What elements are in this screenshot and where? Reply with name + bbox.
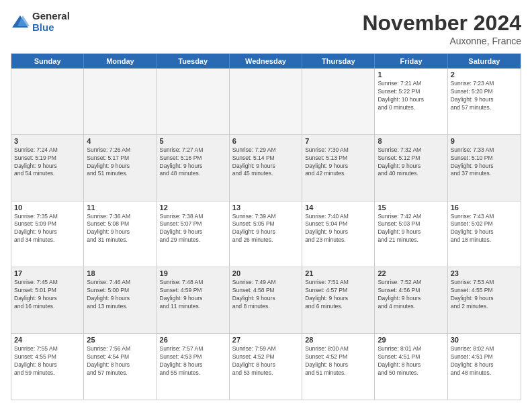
day-info: Sunrise: 7:36 AMSunset: 5:08 PMDaylight:… [87, 213, 153, 245]
day-number: 26 [160, 336, 226, 344]
calendar-cell-2-6: 16Sunrise: 7:43 AMSunset: 5:02 PMDayligh… [448, 201, 521, 267]
day-number: 9 [451, 137, 518, 145]
day-number: 16 [451, 203, 518, 212]
calendar-cell-2-3: 13Sunrise: 7:39 AMSunset: 5:05 PMDayligh… [230, 201, 302, 267]
page: General Blue November 2024 Auxonne, Fran… [0, 0, 532, 411]
calendar-cell-0-6: 2Sunrise: 7:23 AMSunset: 5:20 PMDaylight… [448, 68, 521, 134]
calendar-cell-1-5: 8Sunrise: 7:32 AMSunset: 5:12 PMDaylight… [375, 135, 447, 201]
calendar-cell-1-6: 9Sunrise: 7:33 AMSunset: 5:10 PMDaylight… [448, 135, 521, 201]
calendar-cell-1-4: 7Sunrise: 7:30 AMSunset: 5:13 PMDaylight… [302, 135, 375, 201]
day-info: Sunrise: 7:55 AMSunset: 4:55 PMDaylight:… [14, 345, 81, 377]
day-number: 14 [305, 203, 371, 212]
title-area: November 2024 Auxonne, France [362, 11, 521, 46]
calendar-cell-1-1: 4Sunrise: 7:26 AMSunset: 5:17 PMDaylight… [84, 135, 157, 201]
day-number: 1 [378, 71, 444, 79]
day-number: 21 [305, 269, 371, 277]
calendar-cell-0-5: 1Sunrise: 7:21 AMSunset: 5:22 PMDaylight… [375, 68, 447, 134]
day-info: Sunrise: 7:21 AMSunset: 5:22 PMDaylight:… [378, 80, 444, 112]
calendar-cell-3-1: 18Sunrise: 7:46 AMSunset: 5:00 PMDayligh… [84, 267, 157, 333]
day-info: Sunrise: 7:30 AMSunset: 5:13 PMDaylight:… [305, 146, 371, 179]
day-info: Sunrise: 7:32 AMSunset: 5:12 PMDaylight:… [378, 146, 444, 179]
day-number: 27 [232, 336, 299, 344]
calendar-cell-4-6: 30Sunrise: 8:02 AMSunset: 4:51 PMDayligh… [448, 334, 521, 400]
calendar-row-4: 24Sunrise: 7:55 AMSunset: 4:55 PMDayligh… [11, 333, 521, 400]
logo: General Blue [11, 11, 70, 33]
day-number: 24 [14, 336, 81, 344]
day-number: 29 [378, 336, 444, 344]
location: Auxonne, France [362, 36, 521, 46]
calendar-cell-0-2 [157, 68, 230, 134]
logo-icon [11, 13, 30, 32]
header-day-wednesday: Wednesday [230, 54, 302, 68]
day-info: Sunrise: 7:57 AMSunset: 4:53 PMDaylight:… [160, 345, 226, 377]
header-day-thursday: Thursday [302, 54, 375, 68]
day-number: 13 [232, 203, 299, 212]
calendar-cell-4-1: 25Sunrise: 7:56 AMSunset: 4:54 PMDayligh… [84, 334, 157, 400]
day-info: Sunrise: 7:33 AMSunset: 5:10 PMDaylight:… [451, 146, 518, 179]
day-info: Sunrise: 8:00 AMSunset: 4:52 PMDaylight:… [305, 345, 371, 377]
calendar-cell-3-4: 21Sunrise: 7:51 AMSunset: 4:57 PMDayligh… [302, 267, 375, 333]
calendar-cell-2-2: 12Sunrise: 7:38 AMSunset: 5:07 PMDayligh… [157, 201, 230, 267]
day-info: Sunrise: 7:59 AMSunset: 4:52 PMDaylight:… [232, 345, 299, 377]
day-info: Sunrise: 7:26 AMSunset: 5:17 PMDaylight:… [87, 146, 153, 179]
calendar-cell-3-2: 19Sunrise: 7:48 AMSunset: 4:59 PMDayligh… [157, 267, 230, 333]
day-number: 7 [305, 137, 371, 145]
month-title: November 2024 [362, 11, 521, 36]
header-day-sunday: Sunday [11, 54, 84, 68]
calendar-cell-3-5: 22Sunrise: 7:52 AMSunset: 4:56 PMDayligh… [375, 267, 447, 333]
logo-general: General [32, 11, 70, 22]
calendar-cell-0-3 [230, 68, 302, 134]
calendar-row-0: 1Sunrise: 7:21 AMSunset: 5:22 PMDaylight… [11, 68, 521, 134]
calendar-cell-2-1: 11Sunrise: 7:36 AMSunset: 5:08 PMDayligh… [84, 201, 157, 267]
calendar-header: SundayMondayTuesdayWednesdayThursdayFrid… [11, 54, 521, 68]
day-info: Sunrise: 7:48 AMSunset: 4:59 PMDaylight:… [160, 279, 226, 311]
calendar-cell-3-3: 20Sunrise: 7:49 AMSunset: 4:58 PMDayligh… [230, 267, 302, 333]
day-info: Sunrise: 7:56 AMSunset: 4:54 PMDaylight:… [87, 345, 153, 377]
day-number: 3 [14, 137, 81, 145]
day-number: 25 [87, 336, 153, 344]
day-info: Sunrise: 7:42 AMSunset: 5:03 PMDaylight:… [378, 213, 444, 245]
calendar-cell-2-0: 10Sunrise: 7:35 AMSunset: 5:09 PMDayligh… [11, 201, 84, 267]
header-day-saturday: Saturday [448, 54, 521, 68]
day-info: Sunrise: 7:39 AMSunset: 5:05 PMDaylight:… [232, 213, 299, 245]
header-day-friday: Friday [375, 54, 447, 68]
day-number: 10 [14, 203, 81, 212]
day-info: Sunrise: 7:43 AMSunset: 5:02 PMDaylight:… [451, 213, 518, 245]
header-day-tuesday: Tuesday [157, 54, 230, 68]
day-info: Sunrise: 7:38 AMSunset: 5:07 PMDaylight:… [160, 213, 226, 245]
day-info: Sunrise: 7:23 AMSunset: 5:20 PMDaylight:… [451, 80, 518, 112]
day-info: Sunrise: 8:01 AMSunset: 4:51 PMDaylight:… [378, 345, 444, 377]
header-day-monday: Monday [84, 54, 157, 68]
day-info: Sunrise: 7:27 AMSunset: 5:16 PMDaylight:… [160, 146, 226, 179]
calendar-cell-2-5: 15Sunrise: 7:42 AMSunset: 5:03 PMDayligh… [375, 201, 447, 267]
calendar-cell-1-2: 5Sunrise: 7:27 AMSunset: 5:16 PMDaylight… [157, 135, 230, 201]
day-number: 28 [305, 336, 371, 344]
day-number: 2 [451, 71, 518, 79]
calendar-cell-4-3: 27Sunrise: 7:59 AMSunset: 4:52 PMDayligh… [230, 334, 302, 400]
day-number: 23 [451, 269, 518, 277]
logo-text: General Blue [32, 11, 70, 33]
calendar-row-3: 17Sunrise: 7:45 AMSunset: 5:01 PMDayligh… [11, 267, 521, 333]
logo-blue: Blue [32, 22, 70, 34]
day-info: Sunrise: 8:02 AMSunset: 4:51 PMDaylight:… [451, 345, 518, 377]
day-info: Sunrise: 7:49 AMSunset: 4:58 PMDaylight:… [232, 279, 299, 311]
calendar-cell-0-1 [84, 68, 157, 134]
calendar-cell-4-4: 28Sunrise: 8:00 AMSunset: 4:52 PMDayligh… [302, 334, 375, 400]
day-number: 20 [232, 269, 299, 277]
day-number: 22 [378, 269, 444, 277]
day-info: Sunrise: 7:40 AMSunset: 5:04 PMDaylight:… [305, 213, 371, 245]
day-number: 12 [160, 203, 226, 212]
header: General Blue November 2024 Auxonne, Fran… [11, 11, 521, 46]
calendar-row-2: 10Sunrise: 7:35 AMSunset: 5:09 PMDayligh… [11, 201, 521, 267]
day-info: Sunrise: 7:29 AMSunset: 5:14 PMDaylight:… [232, 146, 299, 179]
day-info: Sunrise: 7:51 AMSunset: 4:57 PMDaylight:… [305, 279, 371, 311]
day-number: 5 [160, 137, 226, 145]
calendar: SundayMondayTuesdayWednesdayThursdayFrid… [11, 53, 521, 400]
day-info: Sunrise: 7:53 AMSunset: 4:55 PMDaylight:… [451, 279, 518, 311]
calendar-cell-1-3: 6Sunrise: 7:29 AMSunset: 5:14 PMDaylight… [230, 135, 302, 201]
day-info: Sunrise: 7:46 AMSunset: 5:00 PMDaylight:… [87, 279, 153, 311]
calendar-row-1: 3Sunrise: 7:24 AMSunset: 5:19 PMDaylight… [11, 134, 521, 201]
calendar-cell-3-6: 23Sunrise: 7:53 AMSunset: 4:55 PMDayligh… [448, 267, 521, 333]
day-info: Sunrise: 7:52 AMSunset: 4:56 PMDaylight:… [378, 279, 444, 311]
day-info: Sunrise: 7:35 AMSunset: 5:09 PMDaylight:… [14, 213, 81, 245]
